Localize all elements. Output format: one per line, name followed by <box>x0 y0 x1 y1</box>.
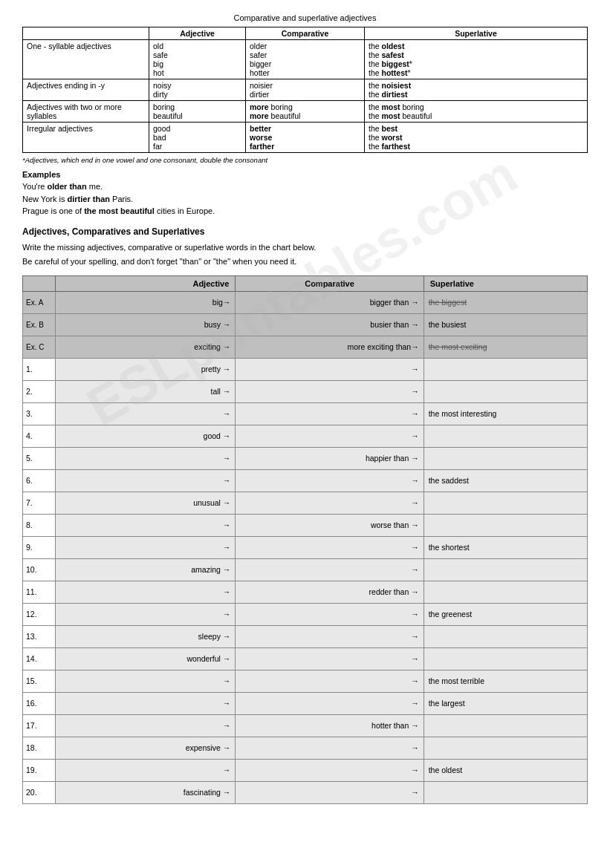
exercise-row-19: 19.→→the oldest <box>23 759 588 781</box>
row-num-3: 3. <box>23 402 56 425</box>
ref-super-ending-y: the noisiestthe dirtiest <box>365 79 588 101</box>
ref-super-two-syllables: the most boringthe most beautiful <box>365 101 588 123</box>
ref-header-adjective: Adjective <box>149 27 246 40</box>
row-super-13 <box>424 625 587 647</box>
example-row-1: Ex. Abig→bigger than →the biggest <box>23 291 588 313</box>
ex-num-2: Ex. B <box>23 313 56 336</box>
row-num-1: 1. <box>23 358 56 380</box>
row-super-14 <box>424 647 587 670</box>
ex-super-3: the most exciting <box>424 336 587 358</box>
row-comp-7: → <box>236 492 424 514</box>
section-title: Adjectives, Comparatives and Superlative… <box>22 226 588 237</box>
row-num-5: 5. <box>23 447 56 469</box>
ref-super-one-syllable: the oldestthe safestthe biggest*the hott… <box>365 40 588 79</box>
row-super-10 <box>424 558 587 581</box>
ex-adj-1: big→ <box>56 291 236 313</box>
row-num-18: 18. <box>23 737 56 759</box>
ref-cat-ending-y: Adjectives ending in -y <box>23 79 149 101</box>
exercise-row-5: 5.→happier than → <box>23 447 588 469</box>
row-num-19: 19. <box>23 759 56 781</box>
exercise-row-4: 4.good →→ <box>23 425 588 447</box>
page-title: Comparative and superlative adjectives <box>22 13 588 22</box>
ref-cat-two-syllables: Adjectives with two or more syllables <box>23 101 149 123</box>
row-super-19: the oldest <box>424 759 587 781</box>
ex-adj-3: exciting → <box>56 336 236 358</box>
examples-section: Examples You're older than me. New York … <box>22 170 588 218</box>
exercise-row-3: 3.→→the most interesting <box>23 402 588 425</box>
row-super-4 <box>424 425 587 447</box>
row-comp-9: → <box>236 536 424 558</box>
ex-table-header-row: Adjective Comparative Superlative <box>23 275 588 291</box>
exercise-row-10: 10.amazing →→ <box>23 558 588 581</box>
ex-comp-1: bigger than → <box>236 291 424 313</box>
row-adj-17: → <box>56 714 236 737</box>
ex-num-1: Ex. A <box>23 291 56 313</box>
exercise-row-16: 16.→→the largest <box>23 692 588 714</box>
exercise-row-13: 13.sleepy →→ <box>23 625 588 647</box>
row-super-12: the greenest <box>424 603 587 625</box>
row-num-11: 11. <box>23 581 56 603</box>
ref-adj-irregular: goodbadfar <box>149 123 246 153</box>
row-num-14: 14. <box>23 647 56 670</box>
row-super-8 <box>424 514 587 536</box>
row-num-15: 15. <box>23 670 56 692</box>
footnote: *Adjectives, which end in one vowel and … <box>22 156 588 164</box>
row-super-9: the shortest <box>424 536 587 558</box>
example-row-3: Ex. Cexciting →more exciting than→the mo… <box>23 336 588 358</box>
row-super-1 <box>424 358 587 380</box>
example-row-2: Ex. Bbusy →busier than →the busiest <box>23 313 588 336</box>
ex-super-1: the biggest <box>424 291 587 313</box>
row-comp-13: → <box>236 625 424 647</box>
ex-num-3: Ex. C <box>23 336 56 358</box>
row-adj-18: expensive → <box>56 737 236 759</box>
row-comp-3: → <box>236 402 424 425</box>
row-adj-16: → <box>56 692 236 714</box>
row-num-17: 17. <box>23 714 56 737</box>
example-line-2: New York is dirtier than Paris. <box>22 193 588 206</box>
row-comp-8: worse than → <box>236 514 424 536</box>
ex-adj-2: busy → <box>56 313 236 336</box>
row-super-20 <box>424 781 587 803</box>
row-comp-17: hotter than → <box>236 714 424 737</box>
row-adj-13: sleepy → <box>56 625 236 647</box>
row-adj-1: pretty → <box>56 358 236 380</box>
row-super-2 <box>424 380 587 402</box>
row-comp-10: → <box>236 558 424 581</box>
exercise-table: Adjective Comparative Superlative Ex. Ab… <box>22 275 588 804</box>
row-comp-5: happier than → <box>236 447 424 469</box>
ex-header-comparative: Comparative <box>236 275 424 291</box>
ref-comp-two-syllables: more boringmore beautiful <box>246 101 365 123</box>
row-comp-4: → <box>236 425 424 447</box>
row-adj-20: fascinating → <box>56 781 236 803</box>
row-num-12: 12. <box>23 603 56 625</box>
example-line-3: Prague is one of the most beautiful citi… <box>22 205 588 218</box>
row-adj-12: → <box>56 603 236 625</box>
row-adj-10: amazing → <box>56 558 236 581</box>
row-adj-3: → <box>56 402 236 425</box>
row-adj-8: → <box>56 514 236 536</box>
exercise-row-20: 20.fascinating →→ <box>23 781 588 803</box>
ref-comp-one-syllable: oldersaferbiggerhotter <box>246 40 365 79</box>
row-adj-15: → <box>56 670 236 692</box>
row-num-8: 8. <box>23 514 56 536</box>
ref-row-irregular: Irregular adjectives goodbadfar betterwo… <box>23 123 588 153</box>
row-num-4: 4. <box>23 425 56 447</box>
reference-table: Adjective Comparative Superlative One - … <box>22 27 588 153</box>
ref-cat-irregular: Irregular adjectives <box>23 123 149 153</box>
exercise-row-15: 15.→→the most terrible <box>23 670 588 692</box>
exercise-row-8: 8.→worse than → <box>23 514 588 536</box>
row-num-7: 7. <box>23 492 56 514</box>
exercise-row-1: 1.pretty →→ <box>23 358 588 380</box>
row-adj-9: → <box>56 536 236 558</box>
exercise-row-9: 9.→→the shortest <box>23 536 588 558</box>
row-num-2: 2. <box>23 380 56 402</box>
row-comp-18: → <box>236 737 424 759</box>
row-adj-19: → <box>56 759 236 781</box>
exercise-row-6: 6.→→the saddest <box>23 469 588 492</box>
row-super-16: the largest <box>424 692 587 714</box>
ref-adj-ending-y: noisydirty <box>149 79 246 101</box>
row-super-3: the most interesting <box>424 402 587 425</box>
ref-row-ending-y: Adjectives ending in -y noisydirty noisi… <box>23 79 588 101</box>
exercise-row-12: 12.→→the greenest <box>23 603 588 625</box>
row-num-6: 6. <box>23 469 56 492</box>
